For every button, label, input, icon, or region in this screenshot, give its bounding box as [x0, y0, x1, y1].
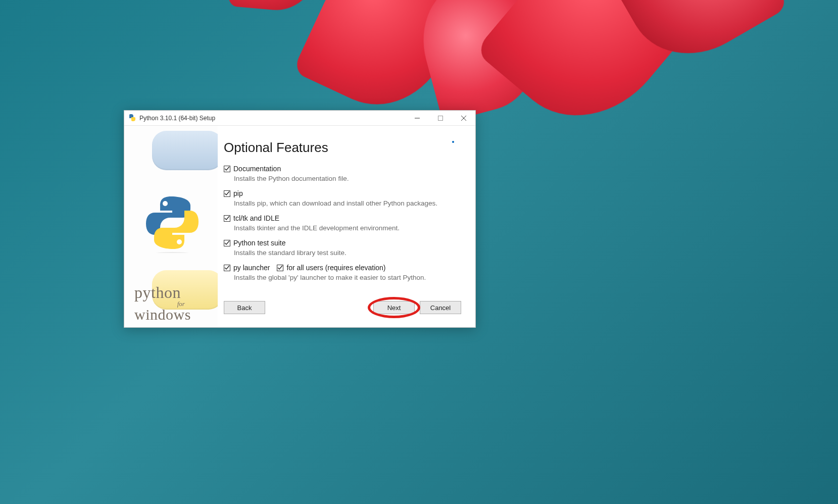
activity-indicator — [452, 141, 454, 143]
brand-line3: windows — [134, 307, 191, 322]
maximize-button[interactable] — [429, 111, 452, 125]
back-button[interactable]: Back — [224, 301, 265, 314]
feature-tcltk-idle: tcl/tk and IDLE Installs tkinter and the… — [224, 214, 461, 232]
python-logo — [142, 192, 203, 253]
feature-label: py launcher — [233, 264, 270, 272]
checkbox-test-suite[interactable] — [224, 240, 230, 246]
window-title: Python 3.10.1 (64-bit) Setup — [139, 115, 406, 122]
feature-label: for all users (requires elevation) — [286, 264, 385, 272]
feature-test-suite: Python test suite Installs the standard … — [224, 239, 461, 257]
window-controls — [406, 111, 475, 125]
brand-line1: python — [134, 284, 191, 300]
svg-point-5 — [177, 239, 182, 244]
checkbox-py-launcher[interactable] — [224, 265, 230, 271]
feature-label: Documentation — [233, 165, 281, 173]
feature-desc: Installs the standard library test suite… — [234, 249, 461, 257]
titlebar[interactable]: Python 3.10.1 (64-bit) Setup — [124, 111, 475, 126]
close-button[interactable] — [452, 111, 475, 125]
button-row: Back Next Cancel — [224, 301, 461, 321]
installer-window: Python 3.10.1 (64-bit) Setup — [124, 110, 476, 328]
checkbox-tcltk-idle[interactable] — [224, 215, 230, 222]
checkbox-for-all-users[interactable] — [277, 265, 283, 271]
feature-desc: Installs the Python documentation file. — [234, 175, 461, 182]
feature-pip: pip Installs pip, which can download and… — [224, 189, 461, 207]
svg-point-6 — [150, 252, 194, 253]
feature-label: tcl/tk and IDLE — [233, 214, 279, 222]
sidebar: python for windows — [124, 126, 218, 327]
python-icon — [128, 114, 136, 122]
decorative-shape — [152, 131, 218, 170]
main-panel: Optional Features Documentation Installs… — [218, 126, 475, 327]
feature-label: Python test suite — [233, 239, 286, 247]
feature-desc: Installs pip, which can download and ins… — [234, 199, 461, 207]
brand-text: python for windows — [134, 284, 191, 322]
checkbox-pip[interactable] — [224, 190, 230, 197]
feature-label: pip — [233, 189, 243, 197]
page-heading: Optional Features — [224, 140, 461, 156]
checkbox-documentation[interactable] — [224, 166, 230, 172]
next-button[interactable]: Next — [373, 301, 415, 314]
flower-petal — [228, 0, 328, 14]
svg-rect-1 — [438, 116, 443, 120]
feature-desc: Installs tkinter and the IDLE developmen… — [234, 224, 461, 232]
feature-documentation: Documentation Installs the Python docume… — [224, 165, 461, 182]
cancel-button[interactable]: Cancel — [420, 301, 461, 314]
minimize-button[interactable] — [406, 111, 429, 125]
svg-point-4 — [163, 201, 168, 206]
feature-desc: Installs the global 'py' launcher to mak… — [234, 274, 461, 281]
feature-py-launcher: py launcher for all users (requires elev… — [224, 264, 461, 281]
